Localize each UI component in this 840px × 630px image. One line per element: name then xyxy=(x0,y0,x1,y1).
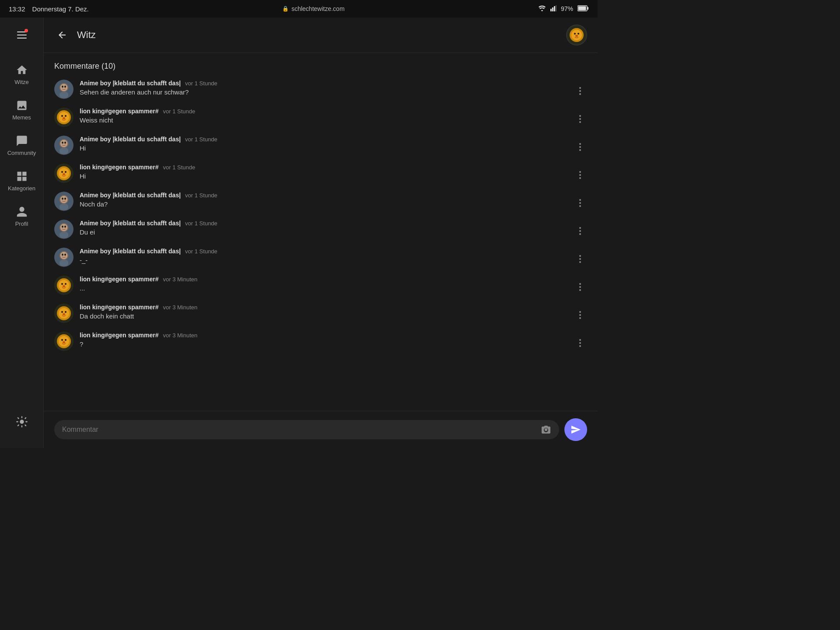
comment-header-10: lion king#gegen spammer# vor 3 Minuten xyxy=(80,332,587,339)
comment-author-3: Anime boy |kleblatt du schafft das| xyxy=(80,136,181,143)
comment-more-1[interactable] xyxy=(573,84,587,98)
comment-item-9: lion king#gegen spammer# vor 3 Minuten D… xyxy=(54,304,587,323)
svg-point-54 xyxy=(64,254,66,256)
comment-item-5: Anime boy |kleblatt du schafft das| vor … xyxy=(54,192,587,211)
sidebar-label-community: Community xyxy=(7,150,36,156)
time: 13:32 xyxy=(9,5,25,13)
three-dots-icon-5 xyxy=(579,199,581,207)
svg-rect-19 xyxy=(60,92,68,98)
comment-item-7: Anime boy |kleblatt du schafft das| vor … xyxy=(54,248,587,267)
comment-more-8[interactable] xyxy=(573,280,587,294)
comment-more-10[interactable] xyxy=(573,336,587,350)
svg-rect-43 xyxy=(60,204,68,210)
chat-icon xyxy=(16,135,28,147)
three-dots-icon-10 xyxy=(579,339,581,347)
svg-point-66 xyxy=(65,311,66,313)
comment-body-10: lion king#gegen spammer# vor 3 Minuten ? xyxy=(80,332,587,348)
comments-title: Kommentare (10) xyxy=(54,62,587,71)
comment-time-3: vor 1 Stunde xyxy=(185,136,217,143)
comment-more-5[interactable] xyxy=(573,196,587,210)
comment-header-6: Anime boy |kleblatt du schafft das| vor … xyxy=(80,220,587,227)
user-avatar[interactable] xyxy=(566,24,587,46)
svg-rect-55 xyxy=(60,260,68,266)
comment-avatar-3 xyxy=(54,136,74,155)
comment-time-1: vor 1 Stunde xyxy=(185,80,217,87)
comment-more-3[interactable] xyxy=(573,140,587,154)
home-icon xyxy=(16,64,28,76)
svg-point-29 xyxy=(62,142,63,144)
status-bar: 13:32 Donnerstag 7. Dez. 🔒 schlechtewitz… xyxy=(0,0,598,18)
svg-rect-0 xyxy=(550,9,552,11)
comment-time-4: vor 1 Stunde xyxy=(163,164,196,171)
comment-author-8: lion king#gegen spammer# xyxy=(80,276,159,283)
sidebar-item-memes[interactable]: Memes xyxy=(3,92,41,128)
page-title: Witz xyxy=(77,29,559,41)
three-dots-icon-2 xyxy=(579,115,581,123)
comment-item-3: Anime boy |kleblatt du schafft das| vor … xyxy=(54,136,587,155)
url: schlechtewitze.com xyxy=(291,5,344,12)
back-button[interactable] xyxy=(54,27,70,43)
svg-point-41 xyxy=(62,198,63,200)
comments-list: Anime boy |kleblatt du schafft das| vor … xyxy=(54,80,587,351)
lock-icon: 🔒 xyxy=(282,6,289,12)
svg-point-17 xyxy=(62,86,63,88)
comment-text-10: ? xyxy=(80,340,587,348)
sidebar-label-kategorien: Kategorien xyxy=(8,185,35,192)
comment-time-10: vor 3 Minuten xyxy=(163,332,198,339)
svg-point-72 xyxy=(65,339,66,341)
comment-more-9[interactable] xyxy=(573,308,587,322)
svg-point-67 xyxy=(63,313,65,315)
comment-avatar-8 xyxy=(54,276,74,295)
sidebar-item-settings[interactable] xyxy=(11,409,32,435)
comment-author-5: Anime boy |kleblatt du schafft das| xyxy=(80,192,181,199)
comment-more-6[interactable] xyxy=(573,224,587,238)
comment-author-6: Anime boy |kleblatt du schafft das| xyxy=(80,220,181,227)
comment-avatar-7 xyxy=(54,248,74,267)
comment-item-10: lion king#gegen spammer# vor 3 Minuten ? xyxy=(54,332,587,351)
comments-container[interactable]: Kommentare (10) Anime boy |kleblatt du s… xyxy=(44,53,598,411)
svg-point-65 xyxy=(61,311,63,313)
comment-avatar-10 xyxy=(54,332,74,351)
svg-point-25 xyxy=(63,117,65,119)
comment-more-4[interactable] xyxy=(573,168,587,182)
comment-header-7: Anime boy |kleblatt du schafft das| vor … xyxy=(80,248,587,255)
comment-input-bar xyxy=(44,411,598,448)
comment-author-10: lion king#gegen spammer# xyxy=(80,332,159,339)
comment-body-9: lion king#gegen spammer# vor 3 Minuten D… xyxy=(80,304,587,320)
sidebar-item-community[interactable]: Community xyxy=(3,128,41,163)
sidebar-item-kategorien[interactable]: Kategorien xyxy=(3,163,41,199)
comment-input[interactable] xyxy=(62,426,536,434)
comment-author-7: Anime boy |kleblatt du schafft das| xyxy=(80,248,181,255)
sidebar-item-witze[interactable]: Witze xyxy=(3,57,41,92)
comment-avatar-4 xyxy=(54,164,74,183)
comment-more-2[interactable] xyxy=(573,112,587,126)
sidebar-item-profil[interactable]: Profil xyxy=(3,199,41,234)
svg-rect-2 xyxy=(554,6,555,11)
comment-body-3: Anime boy |kleblatt du schafft das| vor … xyxy=(80,136,587,152)
three-dots-icon-8 xyxy=(579,283,581,291)
svg-point-46 xyxy=(60,224,67,231)
sidebar-label-memes: Memes xyxy=(12,114,31,121)
sidebar-label-witze: Witze xyxy=(14,79,29,85)
comment-author-1: Anime boy |kleblatt du schafft das| xyxy=(80,80,181,87)
svg-point-28 xyxy=(60,140,67,147)
grid-icon xyxy=(16,170,28,182)
svg-point-24 xyxy=(65,115,66,117)
menu-button[interactable] xyxy=(13,26,31,44)
comment-time-8: vor 3 Minuten xyxy=(163,276,198,283)
camera-icon[interactable] xyxy=(541,424,551,435)
svg-rect-31 xyxy=(60,148,68,154)
main-content: Witz xyxy=(44,18,598,448)
comment-header-5: Anime boy |kleblatt du schafft das| vor … xyxy=(80,192,587,199)
three-dots-icon-1 xyxy=(579,87,581,95)
svg-rect-3 xyxy=(556,5,556,11)
svg-rect-6 xyxy=(588,7,589,10)
send-button[interactable] xyxy=(564,418,587,441)
comment-more-7[interactable] xyxy=(573,252,587,266)
comment-text-8: ... xyxy=(80,284,587,292)
comment-text-5: Noch da? xyxy=(80,200,587,208)
comment-item-8: lion king#gegen spammer# vor 3 Minuten .… xyxy=(54,276,587,295)
svg-point-71 xyxy=(61,339,63,341)
three-dots-icon-9 xyxy=(579,311,581,319)
three-dots-icon-3 xyxy=(579,143,581,151)
